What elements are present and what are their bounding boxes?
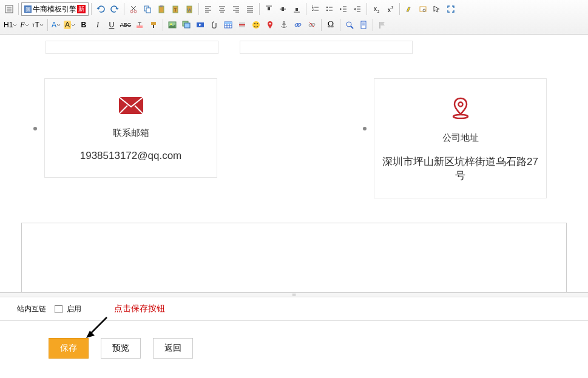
svg-point-82 bbox=[269, 23, 271, 25]
svg-text:2: 2 bbox=[377, 10, 380, 13]
toolbar-row-2: H1 F TT A A B I U ABC Ω bbox=[2, 17, 586, 33]
svg-line-8 bbox=[131, 6, 135, 10]
resize-handle[interactable]: ═ bbox=[0, 292, 588, 297]
template-engine-label: 牛商模板引擎 bbox=[33, 4, 76, 15]
underline-icon[interactable]: U bbox=[105, 18, 118, 32]
preview-button[interactable]: 预览 bbox=[101, 338, 141, 359]
page-icon[interactable] bbox=[357, 18, 370, 32]
paste-text-icon[interactable]: T bbox=[169, 2, 182, 16]
save-button[interactable]: 保存 bbox=[49, 338, 89, 359]
source-icon[interactable] bbox=[2, 2, 16, 16]
svg-rect-13 bbox=[160, 5, 163, 7]
svg-rect-11 bbox=[146, 8, 150, 13]
save-hint: 点击保存按钮 bbox=[114, 303, 165, 314]
subscript-icon[interactable]: x2 bbox=[370, 2, 383, 16]
editor-toolbar: 圖 牛商模板引擎 新 T W 12 x2 x2 bbox=[0, 0, 588, 35]
indent-icon[interactable] bbox=[351, 2, 364, 16]
valign-top-icon[interactable] bbox=[262, 2, 275, 16]
fullscreen-icon[interactable] bbox=[444, 2, 458, 16]
svg-point-45 bbox=[326, 10, 328, 11]
select-tool-icon[interactable] bbox=[430, 2, 444, 16]
svg-point-44 bbox=[326, 7, 328, 8]
strikethrough-icon[interactable]: ABC bbox=[119, 18, 132, 32]
back-button[interactable]: 返回 bbox=[153, 338, 193, 359]
font-family-dropdown[interactable]: F bbox=[19, 18, 30, 32]
card-stub-2 bbox=[240, 41, 413, 54]
align-justify-icon[interactable] bbox=[243, 2, 257, 16]
flag-icon[interactable] bbox=[376, 18, 389, 32]
find-replace-icon[interactable] bbox=[416, 2, 430, 16]
svg-point-6 bbox=[130, 10, 133, 13]
font-size-dropdown[interactable]: TT bbox=[31, 18, 45, 32]
cut-icon[interactable] bbox=[127, 2, 140, 16]
svg-text:W: W bbox=[188, 8, 192, 12]
remove-format-icon[interactable] bbox=[133, 18, 146, 32]
svg-line-92 bbox=[351, 26, 353, 29]
paste-icon[interactable] bbox=[155, 2, 168, 16]
svg-point-7 bbox=[134, 10, 137, 13]
image-icon[interactable] bbox=[166, 18, 179, 32]
video-icon[interactable] bbox=[194, 18, 207, 32]
enable-checkbox[interactable] bbox=[55, 305, 63, 313]
list-bullet bbox=[33, 127, 37, 130]
align-center-icon[interactable] bbox=[215, 2, 229, 16]
outdent-icon[interactable] bbox=[337, 2, 350, 16]
hr-icon[interactable] bbox=[235, 18, 249, 32]
svg-rect-75 bbox=[225, 22, 232, 24]
svg-rect-39 bbox=[296, 8, 298, 11]
enable-label: 启用 bbox=[67, 305, 81, 313]
svg-text:2: 2 bbox=[312, 8, 314, 12]
highlight-color-dropdown[interactable]: A bbox=[63, 18, 76, 32]
svg-point-81 bbox=[257, 23, 258, 24]
anchor-icon[interactable] bbox=[277, 18, 291, 32]
italic-icon[interactable]: I bbox=[91, 18, 104, 32]
font-color-dropdown[interactable]: A bbox=[50, 18, 62, 32]
redo-icon[interactable] bbox=[108, 2, 121, 16]
empty-content-box[interactable] bbox=[21, 223, 567, 292]
valign-bottom-icon[interactable] bbox=[290, 2, 303, 16]
format-painter-icon[interactable] bbox=[147, 18, 160, 32]
align-left-icon[interactable] bbox=[201, 2, 215, 16]
toolbar-row-1: 圖 牛商模板引擎 新 T W 12 x2 x2 bbox=[2, 1, 586, 17]
svg-point-91 bbox=[346, 22, 351, 27]
template-engine-button[interactable]: 圖 牛商模板引擎 新 bbox=[21, 2, 89, 16]
omega-icon[interactable]: Ω bbox=[324, 18, 337, 32]
preview-icon[interactable] bbox=[343, 18, 356, 32]
list-bullet bbox=[363, 127, 367, 130]
envelope-icon bbox=[51, 97, 211, 114]
svg-text:2: 2 bbox=[391, 5, 394, 9]
ordered-list-icon[interactable]: 12 bbox=[309, 2, 322, 16]
link-icon[interactable] bbox=[291, 18, 305, 32]
superscript-icon[interactable]: x2 bbox=[384, 2, 397, 16]
svg-text:圖: 圖 bbox=[25, 7, 31, 13]
align-right-icon[interactable] bbox=[229, 2, 243, 16]
card-title: 公司地址 bbox=[380, 132, 540, 144]
map-pin-icon[interactable] bbox=[263, 18, 277, 32]
contact-email-card: 联系邮箱 1938513172@qq.com bbox=[44, 78, 217, 178]
multi-image-icon[interactable] bbox=[180, 18, 193, 32]
svg-rect-63 bbox=[151, 22, 156, 25]
highlight-tool-icon[interactable] bbox=[402, 2, 416, 16]
table-icon[interactable] bbox=[221, 18, 235, 32]
attachment-icon[interactable] bbox=[208, 18, 221, 32]
new-badge: 新 bbox=[77, 5, 86, 13]
options-bar: 站内互链 启用 点击保存按钮 bbox=[0, 297, 588, 321]
unlink-icon[interactable] bbox=[305, 18, 319, 32]
svg-text:x: x bbox=[374, 5, 377, 12]
svg-point-80 bbox=[254, 23, 255, 24]
bold-icon[interactable]: B bbox=[77, 18, 90, 32]
unordered-list-icon[interactable] bbox=[323, 2, 336, 16]
undo-icon[interactable] bbox=[94, 2, 107, 16]
card-title: 联系邮箱 bbox=[51, 127, 211, 139]
svg-rect-35 bbox=[268, 7, 270, 10]
copy-icon[interactable] bbox=[141, 2, 154, 16]
heading-dropdown[interactable]: H1 bbox=[2, 18, 18, 32]
enable-checkbox-wrap[interactable]: 启用 bbox=[55, 304, 81, 314]
card-text: 1938513172@qq.com bbox=[51, 150, 211, 162]
emoji-icon[interactable] bbox=[249, 18, 263, 32]
svg-line-9 bbox=[132, 6, 136, 10]
paste-word-icon[interactable]: W bbox=[183, 2, 196, 16]
editor-content-area[interactable]: 联系邮箱 1938513172@qq.com 公司地址 深圳市坪山新区坑梓街道乌… bbox=[0, 35, 588, 292]
svg-rect-68 bbox=[184, 23, 190, 28]
valign-middle-icon[interactable] bbox=[276, 2, 289, 16]
